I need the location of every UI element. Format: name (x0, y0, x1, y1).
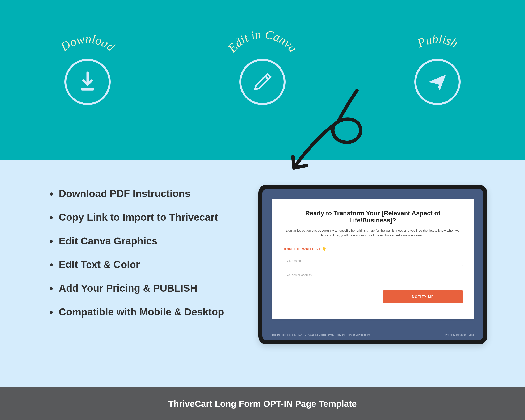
footer-title: ThriveCart Long Form OPT-IN Page Templat… (168, 399, 357, 409)
svg-text:Edit in Canva: Edit in Canva (225, 27, 300, 55)
step-edit-label: Edit in Canva (221, 30, 304, 73)
step-publish: Publish (414, 31, 460, 105)
tablet-screen: Ready to Transform Your [Relevant Aspect… (262, 189, 483, 340)
svg-text:Download: Download (58, 32, 117, 54)
notify-button[interactable]: NOTIFY ME (383, 290, 463, 303)
features-section: Download PDF Instructions Copy Link to I… (0, 160, 525, 387)
hero-steps-section: Download Edit in Canva (0, 0, 525, 160)
tablet-mockup: Ready to Transform Your [Relevant Aspect… (258, 185, 487, 344)
email-field[interactable]: Your email address (283, 270, 463, 280)
footer-powered: Powered by ThriveCart · Links (443, 334, 474, 336)
form-title: Ready to Transform Your [Relevant Aspect… (283, 210, 463, 224)
footer-legal: This site is protected by reCAPTCHA and … (272, 334, 370, 336)
name-field[interactable]: Your name (283, 256, 463, 266)
curly-arrow-icon (273, 88, 378, 176)
optin-form-card: Ready to Transform Your [Relevant Aspect… (272, 199, 474, 319)
step-download: Download (65, 31, 111, 105)
step-publish-label: Publish (395, 30, 479, 73)
form-section-label: JOIN THE WAITLIST 👇 (283, 247, 463, 251)
tablet-footer: This site is protected by reCAPTCHA and … (272, 334, 474, 336)
form-subtitle: Don't miss out on this opportunity to [s… (283, 228, 463, 238)
footer-bar: ThriveCart Long Form OPT-IN Page Templat… (0, 387, 525, 420)
svg-text:Publish: Publish (415, 32, 460, 50)
step-download-label: Download (46, 30, 130, 73)
svg-line-3 (265, 76, 268, 79)
